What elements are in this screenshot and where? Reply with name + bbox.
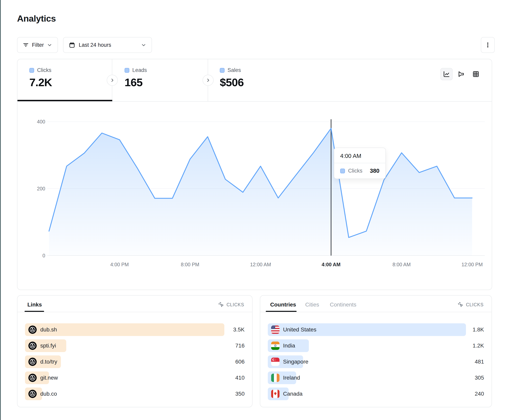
- date-range-button[interactable]: Last 24 hours: [63, 37, 152, 53]
- countries-panel: Countries Cities Continents CLICKS Unite…: [260, 295, 492, 407]
- clicks-count: 1.8K: [472, 323, 484, 336]
- link-row[interactable]: git.new410: [17, 371, 252, 384]
- chart-tooltip: 4:00 AM Clicks 380: [334, 148, 386, 179]
- filter-label: Filter: [32, 42, 44, 48]
- clicks-count: 3.5K: [233, 323, 245, 336]
- link-row[interactable]: spti.fyi716: [17, 339, 252, 352]
- link-row[interactable]: d.to/try606: [17, 355, 252, 368]
- country-row[interactable]: India1.2K: [260, 339, 492, 352]
- link-label: d.to/try: [40, 355, 57, 368]
- link-label: git.new: [40, 371, 58, 384]
- calendar-icon: [69, 42, 75, 48]
- dub-logo-icon: [28, 374, 37, 382]
- chevron-right-icon: [206, 78, 211, 83]
- canada-flag-icon: [271, 390, 279, 398]
- date-range-label: Last 24 hours: [79, 42, 111, 48]
- left-accent-bar: [0, 0, 1, 420]
- link-label: dub.sh: [40, 323, 57, 336]
- dub-logo-icon: [28, 326, 37, 334]
- clicks-count: 606: [235, 355, 245, 368]
- links-panel: Links CLICKS dub.sh3.5Kspti.fyi716d.to/t…: [17, 295, 253, 407]
- country-row[interactable]: Singapore481: [260, 355, 492, 368]
- link-label: dub.co: [40, 388, 57, 400]
- filter-icon: [22, 42, 29, 48]
- country-label: India: [283, 339, 295, 352]
- dub-logo-icon: [28, 358, 37, 366]
- country-label: Ireland: [283, 371, 300, 384]
- clicks-count: 305: [475, 371, 484, 384]
- clicks-count: 410: [235, 371, 245, 384]
- country-label: Canada: [283, 388, 302, 400]
- expand-clicks-button[interactable]: [107, 75, 118, 86]
- countries-list: United States1.8KIndia1.2KSingapore481Ir…: [260, 296, 492, 407]
- country-label: Singapore: [283, 355, 308, 368]
- india-flag-icon: [271, 341, 279, 350]
- area-fill: [49, 128, 472, 256]
- links-list: dub.sh3.5Kspti.fyi716d.to/try606git.new4…: [17, 296, 252, 407]
- chevron-down-icon: [141, 42, 146, 48]
- ireland-flag-icon: [271, 374, 279, 382]
- more-options-button[interactable]: [481, 37, 495, 53]
- clicks-count: 240: [475, 388, 484, 400]
- chevron-down-icon: [47, 42, 52, 48]
- clicks-count: 1.2K: [472, 339, 484, 352]
- tooltip-value: 380: [370, 168, 380, 174]
- country-label: United States: [283, 323, 316, 336]
- tooltip-time: 4:00 AM: [334, 148, 385, 163]
- analytics-chart-card: Clicks 7.2K Leads 165 Sales $506 0200400…: [17, 59, 492, 290]
- tooltip-legend-swatch: [340, 169, 345, 173]
- analytics-page: Analytics Filter Last 24 hours Clicks 7.…: [0, 0, 508, 420]
- chevron-right-icon: [110, 78, 115, 83]
- dub-logo-icon: [28, 390, 37, 398]
- clicks-count: 716: [235, 339, 245, 352]
- link-label: spti.fyi: [40, 339, 56, 352]
- country-row[interactable]: Canada240: [260, 388, 492, 400]
- expand-leads-button[interactable]: [202, 75, 214, 86]
- united-states-flag-icon: [271, 326, 279, 334]
- kebab-menu-icon: [484, 42, 491, 48]
- country-row[interactable]: Ireland305: [260, 371, 492, 384]
- link-row[interactable]: dub.sh3.5K: [17, 323, 252, 336]
- clicks-area-chart[interactable]: [17, 59, 492, 290]
- tooltip-series-label: Clicks: [348, 168, 362, 174]
- clicks-count: 481: [475, 355, 484, 368]
- singapore-flag-icon: [271, 358, 279, 366]
- dub-logo-icon: [28, 341, 37, 350]
- clicks-count: 350: [235, 388, 245, 400]
- link-row[interactable]: dub.co350: [17, 388, 252, 400]
- country-row[interactable]: United States1.8K: [260, 323, 492, 336]
- page-title: Analytics: [17, 14, 56, 24]
- filter-button[interactable]: Filter: [17, 37, 58, 53]
